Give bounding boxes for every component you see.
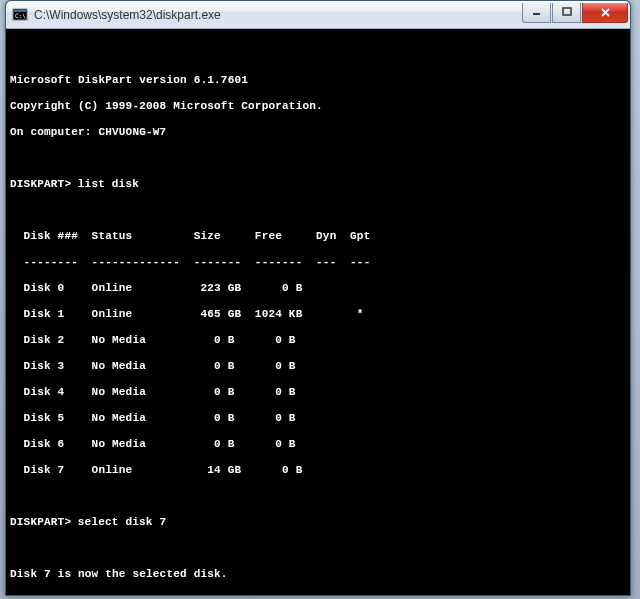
app-icon: C:\ xyxy=(12,7,28,23)
titlebar[interactable]: C:\ C:\Windows\system32\diskpart.exe xyxy=(6,1,630,29)
close-button[interactable] xyxy=(582,3,628,23)
prompt-line: DISKPART>list disk xyxy=(10,178,626,191)
console-window: C:\ C:\Windows\system32\diskpart.exe Mic… xyxy=(5,0,631,596)
table-row: Disk 5 No Media 0 B 0 B xyxy=(10,412,626,425)
header-line: On computer: CHVUONG-W7 xyxy=(10,126,626,139)
table-row: Disk 4 No Media 0 B 0 B xyxy=(10,386,626,399)
prompt-line: DISKPART>select disk 7 xyxy=(10,516,626,529)
command: select disk 7 xyxy=(78,516,166,529)
table-row: Disk 6 No Media 0 B 0 B xyxy=(10,438,626,451)
table-divider: -------- ------------- ------- ------- -… xyxy=(10,256,626,269)
header-line: Copyright (C) 1999-2008 Microsoft Corpor… xyxy=(10,100,626,113)
table-row: Disk 7 Online 14 GB 0 B xyxy=(10,464,626,477)
svg-line-6 xyxy=(602,9,609,16)
table-row: Disk 2 No Media 0 B 0 B xyxy=(10,334,626,347)
svg-line-5 xyxy=(602,9,609,16)
svg-text:C:\: C:\ xyxy=(15,12,26,19)
table-row: Disk 1 Online 465 GB 1024 KB * xyxy=(10,308,626,321)
table-row: Disk 3 No Media 0 B 0 B xyxy=(10,360,626,373)
window-controls xyxy=(522,3,628,23)
maximize-button[interactable] xyxy=(552,3,581,23)
terminal-output[interactable]: Microsoft DiskPart version 6.1.7601 Copy… xyxy=(6,29,630,595)
table-header: Disk ### Status Size Free Dyn Gpt xyxy=(10,230,626,243)
output-line: Disk 7 is now the selected disk. xyxy=(10,568,626,581)
prompt: DISKPART> xyxy=(10,178,71,191)
minimize-button[interactable] xyxy=(522,3,551,23)
prompt: DISKPART> xyxy=(10,516,71,529)
header-line: Microsoft DiskPart version 6.1.7601 xyxy=(10,74,626,87)
svg-rect-4 xyxy=(563,8,571,15)
command: list disk xyxy=(78,178,139,191)
table-row: Disk 0 Online 223 GB 0 B xyxy=(10,282,626,295)
window-title: C:\Windows\system32\diskpart.exe xyxy=(34,8,522,22)
